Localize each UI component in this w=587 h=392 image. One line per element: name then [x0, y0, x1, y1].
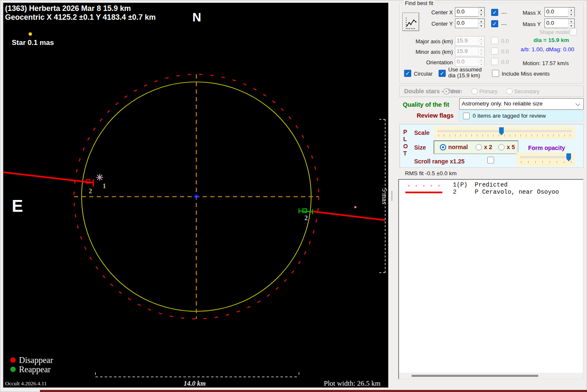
quality-value: Astrometry only. No reliable size	[460, 99, 583, 108]
major-axis-spin-buttons: ▲▼	[478, 37, 484, 45]
include-miss-checkbox[interactable]	[492, 70, 499, 77]
shape-model-label: Shape model	[539, 29, 569, 35]
use-assumed-line1: Use assumed	[448, 67, 481, 73]
down-arrow-icon[interactable]: ▼	[478, 12, 484, 17]
occult-window: 1 2 2 (1363) Herberta 2026 Mar 8 15.9 km…	[0, 0, 587, 392]
center-x-spin-buttons[interactable]: ▲▼	[478, 8, 484, 16]
mass-y-value[interactable]: 0.0	[545, 19, 568, 28]
scrollbar-thumb[interactable]	[412, 375, 538, 377]
down-arrow-icon[interactable]: ▼	[568, 24, 574, 28]
use-assumed-line2: dia (15.9 km)	[448, 73, 481, 79]
scale-slider[interactable]	[434, 126, 575, 139]
quality-dropdown[interactable]: Astrometry only. No reliable size	[459, 98, 584, 110]
size-x5-radio[interactable]	[498, 144, 505, 150]
size-radio-group: normal x 2 x 5	[434, 140, 518, 154]
mass-x-spinner[interactable]: 0.0 ▲▼	[545, 7, 575, 17]
mass-y-label: Mass Y	[523, 21, 541, 27]
double-stars-primary-label: Primary	[479, 89, 497, 95]
size-label: Size	[414, 144, 426, 151]
mass-x-value[interactable]: 0.0	[545, 8, 568, 16]
find-best-fit-title: Find best fit	[403, 0, 435, 6]
chord-2-left	[3, 172, 93, 183]
up-arrow-icon: ▲	[478, 37, 484, 41]
center-y-checkbox[interactable]	[491, 20, 498, 27]
run-fit-button[interactable]	[402, 13, 419, 31]
size-x2-radio[interactable]	[476, 144, 482, 150]
center-y-spinner[interactable]: 0.0 ▲▼	[455, 18, 485, 28]
orientation-spinner: 0.0 ▲▼	[455, 57, 485, 67]
double-stars-secondary-radio[interactable]	[506, 88, 513, 95]
include-miss-label: Include Miss events	[502, 71, 550, 77]
list-item-marker-redline	[405, 192, 442, 193]
circular-checkbox[interactable]	[404, 70, 411, 77]
form-opacity-track[interactable]	[520, 156, 571, 158]
center-x-spinner[interactable]: 0.0 ▲▼	[455, 7, 485, 17]
scroll-range-checkbox[interactable]	[487, 157, 494, 163]
minor-axis-checkbox[interactable]	[491, 47, 498, 55]
double-stars-group: Double stars - show Both Primary Seconda…	[399, 86, 584, 97]
mas-scale-label: 5 mas	[381, 188, 388, 204]
up-arrow-icon[interactable]: ▲	[568, 8, 574, 12]
list-item-name[interactable]: P Ceravolo, near Osoyoo	[475, 189, 559, 195]
major-axis-label: Major axis (km)	[404, 38, 453, 45]
scroll-range-label: Scroll range x1.25	[414, 158, 465, 165]
major-axis-checkbox[interactable]	[491, 37, 498, 44]
version-label: Occult 4.2026.4.11	[5, 380, 47, 387]
plot-canvas: 1 2 2 (1363) Herberta 2026 Mar 8 15.9 km…	[3, 3, 388, 387]
list-item-id[interactable]: 1(P)	[453, 182, 468, 188]
center-x-label: Center X	[417, 9, 453, 16]
use-assumed-dia-checkbox[interactable]	[439, 70, 446, 77]
orientation-spin-buttons: ▲▼	[478, 58, 484, 66]
down-arrow-icon[interactable]: ▼	[478, 24, 484, 28]
motion-text: Motion: 17.57 km/s	[523, 60, 569, 66]
review-flags-text: 0 items are tagged for review	[473, 113, 546, 119]
star-size-dot	[29, 32, 32, 36]
center-y-label: Center Y	[417, 21, 453, 27]
mass-y-spinner[interactable]: 0.0 ▲▼	[545, 18, 575, 28]
chord-label-2-right: 2	[304, 214, 308, 221]
use-assumed-dia-label: Use assumed dia (15.9 km)	[448, 67, 481, 79]
scale-slider-ticks	[439, 134, 571, 137]
center-y-value[interactable]: 0.0	[455, 19, 478, 28]
reappear-label: Reappear	[19, 365, 51, 374]
orientation-checkbox[interactable]	[491, 58, 498, 65]
double-stars-primary-radio[interactable]	[471, 88, 478, 95]
chord-label-2-left: 2	[89, 187, 92, 195]
mass-x-spin-buttons[interactable]: ▲▼	[568, 8, 574, 16]
occultation-plot[interactable]: 1 2 2 (1363) Herberta 2026 Mar 8 15.9 km…	[3, 3, 389, 388]
splitter-handle[interactable]	[391, 191, 392, 201]
review-flags-panel: 0 items are tagged for review	[459, 110, 584, 121]
scale-slider-track[interactable]	[438, 130, 571, 132]
horizontal-scrollbar[interactable]	[399, 373, 583, 379]
major-axis-value: 15.9	[455, 37, 478, 45]
plot-width-label: Plot width: 26.5 km	[324, 379, 381, 387]
mass-y-spin-buttons[interactable]: ▲▼	[568, 19, 574, 28]
center-y-spin-buttons[interactable]: ▲▼	[478, 19, 484, 28]
form-opacity-slider[interactable]	[517, 153, 575, 166]
center-x-checkbox[interactable]	[491, 9, 498, 16]
down-arrow-icon[interactable]: ▼	[568, 12, 574, 17]
double-stars-both-radio[interactable]	[443, 88, 450, 95]
up-arrow-icon[interactable]: ▲	[478, 19, 484, 24]
ab-dmag-text: a/b: 1.00, dMag: 0.00	[521, 46, 574, 53]
up-arrow-icon[interactable]: ▲	[568, 19, 574, 24]
orientation-sigma: 0.0	[501, 59, 509, 65]
center-dot-core	[196, 196, 197, 197]
center-x-value[interactable]: 0.0	[455, 8, 478, 16]
double-stars-both-label: Both	[451, 89, 462, 95]
predicted-path-dot	[354, 206, 356, 208]
plot-letter-o: O	[403, 143, 408, 150]
form-opacity-thumb[interactable]	[566, 153, 571, 161]
reappear-dot	[11, 367, 16, 372]
shape-model-checkbox[interactable]	[570, 28, 577, 35]
observations-listbox[interactable]: 1(P) Predicted 2 P Ceravolo, near Osoyoo	[398, 179, 584, 379]
center-y-dashes: ---	[501, 21, 507, 27]
form-opacity-label: Form opacity	[528, 145, 565, 151]
list-item-id[interactable]: 2	[453, 189, 457, 195]
review-flags-checkbox[interactable]	[463, 113, 470, 119]
up-arrow-icon[interactable]: ▲	[478, 8, 484, 12]
scale-label: Scale	[414, 129, 430, 136]
size-normal-radio[interactable]	[440, 144, 446, 150]
size-x5-label: x 5	[507, 144, 515, 150]
list-item-name[interactable]: Predicted	[475, 182, 508, 188]
